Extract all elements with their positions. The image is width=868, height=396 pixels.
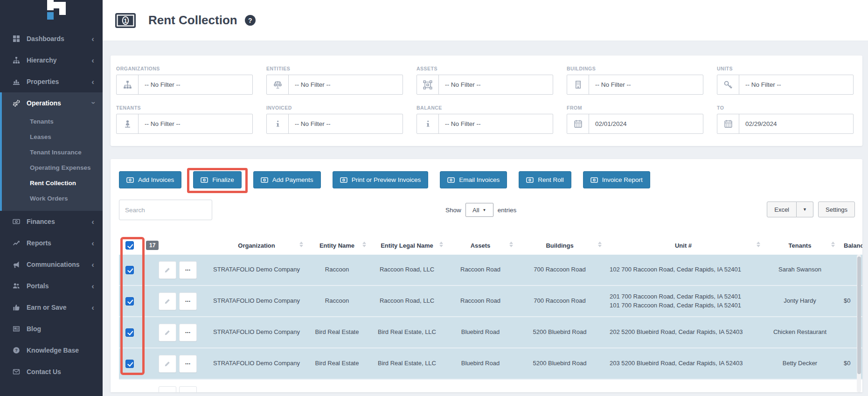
add-invoices-button[interactable]: Add Invoices — [119, 171, 181, 188]
pencil-icon — [164, 329, 171, 336]
sidebar-item-portals[interactable]: Portals ‹ — [0, 275, 103, 297]
row-checkbox[interactable] — [125, 328, 134, 337]
sort-icon[interactable] — [831, 242, 835, 247]
sidebar-item-contact-us[interactable]: Contact Us — [0, 361, 103, 382]
edit-button[interactable] — [159, 324, 176, 341]
tenants-select[interactable]: -- No Filter -- — [116, 114, 253, 134]
sidebar-item-work-orders[interactable]: Work Orders — [2, 191, 103, 206]
edit-button[interactable] — [159, 292, 176, 310]
sidebar-item-knowledge-base[interactable]: ? Knowledge Base — [0, 340, 103, 361]
more-options-button[interactable]: ••• — [179, 355, 197, 373]
sidebar-item-label: Operations — [27, 99, 61, 107]
edit-button[interactable] — [159, 355, 176, 373]
column-label: Unit # — [675, 242, 692, 249]
pencil-icon — [164, 298, 171, 305]
entity-name-cell: Raccoon — [306, 265, 368, 274]
sidebar-item-operating-expenses[interactable]: Operating Expenses — [2, 160, 103, 175]
sidebar-item-tenants[interactable]: Tenants — [2, 114, 103, 129]
more-options-button[interactable]: ••• — [179, 261, 197, 279]
ellipsis-icon: ••• — [185, 267, 190, 273]
invoice-report-button[interactable]: Invoice Report — [583, 171, 650, 188]
sidebar-item-operations[interactable]: Operations ‹ — [2, 92, 103, 114]
pencil-icon — [164, 391, 171, 392]
sort-icon[interactable] — [362, 242, 366, 247]
units-select[interactable]: -- No Filter -- — [717, 75, 854, 95]
show-entries-select[interactable]: All ▼ — [465, 203, 493, 217]
money-bill-icon — [340, 176, 347, 184]
organization-cell: STRATAFOLIO Demo Company — [208, 328, 306, 337]
rent-roll-button[interactable]: Rent Roll — [519, 171, 571, 188]
row-select-cell — [119, 266, 154, 274]
sidebar-item-earn-or-save[interactable]: Earn or Save ‹ — [0, 297, 103, 318]
sidebar-item-hierarchy[interactable]: Hierarchy ‹ — [0, 49, 103, 71]
filter-units: UNITS -- No Filter -- — [717, 66, 854, 95]
unit-cell: 203 5200 Bluebird Road, Cedar Rapids, IA… — [604, 359, 763, 368]
edit-button[interactable] — [159, 261, 176, 279]
buildings-cell: 5200 Bluebird Road — [515, 328, 604, 337]
table-scrollbar[interactable] — [857, 255, 861, 392]
sidebar-item-communications[interactable]: Communications ‹ — [0, 254, 103, 275]
main-area: 1 Rent Collection ? ORGANIZATIONS -- No … — [103, 0, 868, 396]
sort-icon[interactable] — [598, 242, 602, 247]
organizations-select[interactable]: -- No Filter -- — [116, 75, 253, 95]
filter-label: BUILDINGS — [567, 66, 703, 71]
sort-icon[interactable] — [299, 242, 303, 247]
money-bill-icon — [12, 218, 20, 225]
print-preview-invoices-button[interactable]: Print or Preview Invoices — [333, 171, 429, 188]
excel-dropdown-button[interactable]: ▼ — [797, 201, 813, 217]
row-checkbox[interactable] — [125, 297, 134, 306]
column-header-entity-name: Entity Name — [306, 236, 368, 255]
filter-value: -- No Filter -- — [139, 75, 252, 94]
sidebar-item-dashboards[interactable]: Dashboards ‹ — [0, 28, 103, 49]
select-all-checkbox[interactable] — [125, 241, 134, 250]
action-toolbar: Add Invoices Finalize Add Payments — [119, 171, 862, 188]
more-options-button[interactable]: ••• — [179, 292, 197, 310]
row-checkbox[interactable] — [125, 266, 134, 274]
help-icon[interactable]: ? — [245, 15, 256, 26]
sidebar-item-leases[interactable]: Leases — [2, 129, 103, 145]
invoiced-select[interactable]: -- No Filter -- — [266, 114, 403, 134]
row-select-cell — [119, 297, 154, 306]
sidebar-item-finances[interactable]: Finances ‹ — [0, 211, 103, 232]
column-label: Buildings — [546, 242, 573, 249]
to-date-input[interactable]: 02/29/2024 — [717, 114, 854, 134]
sort-icon[interactable] — [439, 242, 443, 247]
excel-button[interactable]: Excel — [767, 201, 797, 217]
table-row: ••• STRATAFOLIO Demo Company Raccoon Rac… — [119, 255, 862, 286]
sidebar-item-tenant-insurance[interactable]: Tenant Insurance — [2, 145, 103, 160]
edit-button[interactable] — [159, 386, 176, 393]
balance-select[interactable]: -- No Filter -- — [417, 114, 553, 134]
buildings-cell: 5200 Bluebird Road — [515, 359, 604, 368]
sidebar-nav: Dashboards ‹ Hierarchy ‹ Properties ‹ Op… — [0, 28, 103, 382]
assets-select[interactable]: -- No Filter -- — [417, 75, 553, 95]
sidebar-item-rent-collection[interactable]: Rent Collection — [2, 175, 103, 191]
app-logo[interactable] — [0, 0, 103, 28]
line-chart-icon — [12, 239, 20, 247]
unit-cell: 201 700 Raccoon Road, Cedar Rapids, IA 5… — [604, 292, 763, 310]
row-checkbox[interactable] — [125, 360, 134, 368]
sidebar-item-blog[interactable]: Blog — [0, 318, 103, 340]
settings-button[interactable]: Settings — [818, 201, 855, 217]
more-options-button[interactable]: ••• — [179, 324, 197, 341]
more-options-button[interactable]: ••• — [179, 386, 197, 393]
sidebar-item-label: Portals — [27, 282, 49, 290]
sidebar-item-label: Contact Us — [27, 368, 61, 375]
sidebar-item-properties[interactable]: Properties ‹ — [0, 71, 103, 92]
scrollbar-thumb[interactable] — [857, 257, 861, 374]
entities-select[interactable]: -- No Filter -- — [266, 75, 403, 95]
column-label: Balance — [844, 242, 862, 249]
tenants-cell: Betty Decker — [763, 359, 837, 368]
finalize-button[interactable]: Finalize — [193, 171, 242, 188]
sidebar-section-operations: Operations ‹ Tenants Leases Tenant Insur… — [0, 92, 103, 211]
email-invoices-button[interactable]: Email Invoices — [440, 171, 507, 188]
search-input[interactable] — [119, 200, 212, 220]
sidebar-item-reports[interactable]: Reports ‹ — [0, 232, 103, 254]
buildings-select[interactable]: -- No Filter -- — [567, 75, 703, 95]
add-payments-button[interactable]: Add Payments — [253, 171, 321, 188]
sort-icon[interactable] — [509, 242, 513, 247]
organization-cell: STRATAFOLIO Demo Company — [208, 297, 306, 306]
sidebar-item-label: Blog — [27, 325, 41, 333]
from-date-input[interactable]: 02/01/2024 — [567, 114, 703, 134]
sidebar-item-label: Knowledge Base — [27, 347, 79, 354]
sort-icon[interactable] — [757, 242, 760, 247]
